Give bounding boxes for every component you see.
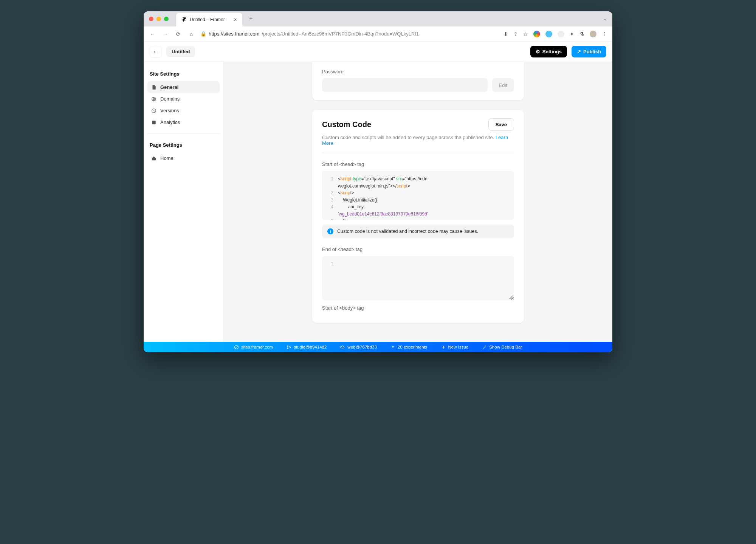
sidebar-item-label: Home [160,155,174,161]
custom-code-card: Custom Code Save Custom code and scripts… [312,110,524,323]
sidebar-item-home[interactable]: Home [147,152,220,164]
gear-icon: ⚙ [536,49,540,54]
code-line: 2<script> [322,189,514,197]
branch-icon [287,345,291,350]
start-body-label: Start of <body> tag [322,305,514,311]
code-line: 4 api_key: [322,203,514,211]
nav-home-button[interactable]: ⌂ [187,31,195,37]
sidebar-item-domains[interactable]: Domains [147,93,220,105]
framer-favicon [181,17,187,22]
nav-forward-button[interactable]: → [162,31,169,37]
sidebar-divider [147,133,220,134]
description-text: Custom code and scripts will be added to… [322,135,496,140]
sidebar-item-analytics[interactable]: Analytics [147,116,220,128]
new-tab-button[interactable]: + [249,15,253,22]
project-name[interactable]: Untitled [166,46,195,57]
debug-new-issue[interactable]: New Issue [441,345,469,350]
minimize-window-button[interactable] [156,17,161,21]
debug-experiments[interactable]: 20 experiments [390,345,428,350]
publish-label: Publish [583,49,601,54]
profile-avatar[interactable] [590,31,596,37]
page-settings-header: Page Settings [147,139,220,151]
debug-bar: sites.framer.com studio@b9414d2 web@767b… [144,342,612,352]
end-head-code-editor[interactable]: 1 [322,256,514,301]
code-line: 'wg_bcdd01e14c612f9ac83197970e818f098' [322,211,514,218]
debug-show-bar[interactable]: Show Debug Bar [482,345,522,350]
magic-icon [482,345,487,350]
extension-icon-2[interactable] [545,31,552,37]
content-inner: Password Edit Custom Code Save Custom co… [312,62,524,323]
tab-title: Untitled – Framer [190,17,225,22]
nav-back-button[interactable]: ← [149,31,156,37]
browser-menu-icon[interactable]: ⋮ [602,31,607,37]
start-head-code-editor[interactable]: 1<script type="text/javascript" src="htt… [322,171,514,220]
info-icon: i [327,228,333,234]
share-icon[interactable]: ⇪ [513,31,518,37]
traffic-lights [149,17,169,21]
url-bar: ← → ⟳ ⌂ 🔒 https://sites.framer.com/proje… [144,26,612,42]
code-content: api_key: [338,203,509,211]
debug-studio[interactable]: studio@b9414d2 [287,345,327,350]
code-content: 'wg_bcdd01e14c612f9ac83197970e818f098' [338,211,509,218]
divider [322,153,514,153]
extensions-puzzle-icon[interactable]: ✦ [570,31,574,37]
code-content: <script> [338,189,509,197]
close-window-button[interactable] [149,17,153,21]
svg-rect-2 [152,121,155,124]
settings-button[interactable]: ⚙ Settings [530,46,567,57]
sidebar-item-label: Domains [160,96,180,102]
browser-tab[interactable]: Untitled – Framer × [176,13,242,26]
bookmark-icon[interactable]: ☆ [523,31,528,37]
window-titlebar: Untitled – Framer × + ⌄ [144,11,612,26]
end-head-label: End of <head> tag [322,246,514,252]
password-input[interactable] [322,78,488,92]
settings-sidebar: Site Settings General Domains Versions A… [144,62,224,342]
sidebar-item-versions[interactable]: Versions [147,105,220,116]
svg-point-5 [287,348,288,349]
line-number: 5 [327,218,338,220]
browser-window: Untitled – Framer × + ⌄ ← → ⟳ ⌂ 🔒 https:… [144,11,612,352]
sidebar-item-label: General [160,84,178,90]
home-icon [151,156,156,161]
line-number: 2 [327,189,338,197]
code-line: 3 Weglot.initialize({ [322,197,514,204]
sparkle-icon [390,345,395,350]
custom-code-description: Custom code and scripts will be added to… [322,135,514,146]
warning-text: Custom code is not validated and incorre… [337,229,478,234]
cloud-icon [340,345,345,350]
address-field[interactable]: 🔒 https://sites.framer.com/projects/Unti… [200,31,498,37]
edit-password-button[interactable]: Edit [492,78,514,92]
url-domain: https://sites.framer.com [209,31,259,37]
maximize-window-button[interactable] [164,17,169,21]
extension-icon-1[interactable] [533,31,540,37]
sidebar-item-general[interactable]: General [147,81,220,93]
code-content: }); [338,218,509,220]
clock-icon [151,108,156,113]
back-button[interactable]: ← [150,46,162,58]
download-icon[interactable]: ⬇ [503,31,508,37]
settings-content[interactable]: Password Edit Custom Code Save Custom co… [224,62,612,342]
settings-label: Settings [542,49,562,54]
tabs-overflow-icon[interactable]: ⌄ [603,16,607,22]
publish-button[interactable]: ↗ Publish [572,46,606,57]
publish-arrow-icon: ↗ [577,49,581,54]
code-content: weglot.com/weglot.min.js"></script> [338,183,509,190]
debug-site[interactable]: sites.framer.com [234,345,273,350]
code-line: 5 }); [322,218,514,220]
code-line: weglot.com/weglot.min.js"></script> [322,183,514,190]
save-button[interactable]: Save [488,118,514,131]
nav-reload-button[interactable]: ⟳ [175,31,182,37]
plus-icon [441,345,446,350]
sidebar-item-label: Analytics [160,119,180,125]
line-number [327,211,338,218]
lock-icon: 🔒 [200,31,206,37]
close-tab-icon[interactable]: × [234,17,237,23]
debug-web[interactable]: web@767bd33 [340,345,377,350]
code-content: Weglot.initialize({ [338,197,509,204]
custom-code-title: Custom Code [322,120,371,129]
extension-flask-icon[interactable]: ⚗ [579,31,584,37]
sidebar-item-label: Versions [160,108,179,113]
extension-icon-3[interactable] [558,31,564,37]
code-warning-banner: i Custom code is not validated and incor… [322,225,514,238]
password-label: Password [322,69,514,74]
